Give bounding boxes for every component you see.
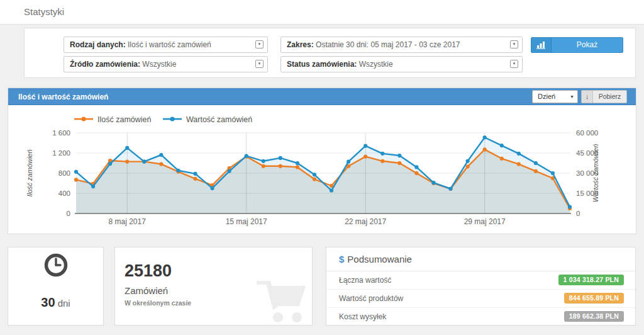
orders-line-chart: 8 maj 201715 maj 201722 maj 201729 maj 2… bbox=[8, 105, 636, 234]
select-caret-icon: ▼ bbox=[570, 91, 574, 103]
dropdown-caret-icon[interactable]: ▼ bbox=[510, 40, 518, 48]
chart-panel-header: Ilość i wartość zamówień Dzień ▼ ↓ Pobie… bbox=[8, 88, 636, 105]
bar-chart-icon bbox=[531, 38, 552, 52]
summary-products-badge: 844 655.89 PLN bbox=[564, 293, 624, 304]
svg-text:0: 0 bbox=[576, 210, 580, 217]
legend-item-value[interactable]: Wartość zamówień bbox=[163, 115, 252, 124]
filter-panel: Rodzaj danych: Ilość i wartość zamówień … bbox=[24, 28, 636, 78]
summary-title-text: Podsumowanie bbox=[347, 254, 412, 264]
shopping-cart-icon bbox=[254, 275, 308, 326]
svg-text:800: 800 bbox=[58, 169, 70, 177]
summary-row-label: Koszt wysyłek bbox=[339, 312, 386, 321]
summary-row-total: Łączna wartość 1 034 318.27 PLN bbox=[326, 271, 635, 290]
filter-order-status[interactable]: Status zamówienia: Wszystkie ▼ bbox=[280, 56, 523, 72]
filter-data-type[interactable]: Rodzaj danych: Ilość i wartość zamówień … bbox=[64, 37, 268, 53]
page-title: Statystyki bbox=[24, 6, 64, 17]
svg-text:29 maj 2017: 29 maj 2017 bbox=[464, 217, 506, 226]
orders-count-card: 25180 Zamówień W określonym czasie bbox=[114, 247, 313, 326]
download-icon: ↓ bbox=[582, 91, 593, 103]
period-unit: dni bbox=[58, 298, 70, 309]
period-value-line: 30 dni bbox=[8, 295, 103, 310]
summary-header: $Podsumowanie bbox=[326, 247, 635, 271]
svg-text:1 600: 1 600 bbox=[52, 129, 70, 137]
orders-chart-panel: Ilość i wartość zamówień Dzień ▼ ↓ Pobie… bbox=[8, 88, 636, 234]
clock-icon bbox=[8, 253, 103, 280]
summary-row-label: Łączna wartość bbox=[339, 276, 391, 285]
svg-text:Ilość zamówień: Ilość zamówień bbox=[97, 115, 151, 124]
orders-sublabel: W określonym czasie bbox=[125, 299, 191, 307]
period-value: 30 bbox=[41, 295, 55, 309]
orders-count: 25180 bbox=[125, 261, 172, 281]
show-button-label: Pokaż bbox=[552, 38, 623, 52]
legend-item-quantity[interactable]: Ilość zamówień bbox=[74, 115, 151, 124]
interval-select[interactable]: Dzień ▼ bbox=[532, 90, 578, 103]
dropdown-caret-icon[interactable]: ▼ bbox=[255, 60, 264, 68]
filter-date-range-value: Ostatnie 30 dni: 05 maj 2017 - 03 cze 20… bbox=[316, 40, 460, 49]
dollar-icon: $ bbox=[339, 254, 344, 264]
svg-text:1 200: 1 200 bbox=[52, 149, 70, 157]
filter-date-range[interactable]: Zakres: Ostatnie 30 dni: 05 maj 2017 - 0… bbox=[280, 37, 523, 53]
statistics-page: Statystyki Rodzaj danych: Ilość i wartoś… bbox=[0, 0, 644, 335]
dropdown-caret-icon[interactable]: ▼ bbox=[255, 40, 264, 48]
filter-order-source-label: Źródło zamówienia: bbox=[70, 60, 140, 69]
show-button[interactable]: Pokaż bbox=[531, 37, 623, 53]
summary-card: $Podsumowanie Łączna wartość 1 034 318.2… bbox=[326, 247, 636, 326]
download-csv-button[interactable]: ↓ Pobierz CSV bbox=[581, 90, 627, 103]
svg-text:Ilość zamówień: Ilość zamówień bbox=[26, 149, 33, 196]
summary-total-badge: 1 034 318.27 PLN bbox=[558, 275, 624, 285]
summary-row-products: Wartość produktów 844 655.89 PLN bbox=[326, 290, 635, 308]
svg-text:8 maj 2017: 8 maj 2017 bbox=[109, 217, 147, 226]
summary-row-label: Wartość produktów bbox=[339, 294, 403, 303]
chart-panel-title: Ilość i wartość zamówień bbox=[18, 93, 108, 101]
filter-order-source-value: Wszystkie bbox=[142, 60, 176, 69]
dropdown-caret-icon[interactable]: ▼ bbox=[510, 60, 518, 68]
svg-text:Wartość zamówień: Wartość zamówień bbox=[592, 144, 599, 203]
period-card: 30 dni bbox=[8, 247, 104, 326]
summary-row-shipping: Koszt wysyłek 189 662.38 PLN bbox=[326, 308, 635, 326]
svg-text:400: 400 bbox=[58, 190, 70, 197]
svg-text:Wartość zamówień: Wartość zamówień bbox=[186, 115, 252, 124]
top-bar: Statystyki bbox=[0, 0, 644, 25]
svg-text:60 000: 60 000 bbox=[576, 129, 598, 137]
filter-date-range-label: Zakres: bbox=[287, 40, 314, 49]
orders-label: Zamówień bbox=[125, 285, 168, 296]
filter-order-status-label: Status zamówienia: bbox=[287, 60, 357, 69]
svg-text:0: 0 bbox=[67, 210, 70, 217]
filter-data-type-label: Rodzaj danych: bbox=[70, 40, 126, 49]
filter-data-type-value: Ilość i wartość zamówień bbox=[128, 40, 211, 49]
interval-select-value: Dzień bbox=[538, 93, 555, 100]
filter-order-source[interactable]: Źródło zamówienia: Wszystkie ▼ bbox=[64, 56, 268, 72]
svg-text:22 maj 2017: 22 maj 2017 bbox=[345, 217, 386, 226]
svg-text:15 maj 2017: 15 maj 2017 bbox=[226, 217, 267, 226]
filter-order-status-value: Wszystkie bbox=[359, 60, 393, 69]
summary-title: $Podsumowanie bbox=[339, 254, 412, 264]
summary-shipping-badge: 189 662.38 PLN bbox=[564, 311, 624, 322]
download-csv-label: Pobierz CSV bbox=[593, 91, 626, 103]
